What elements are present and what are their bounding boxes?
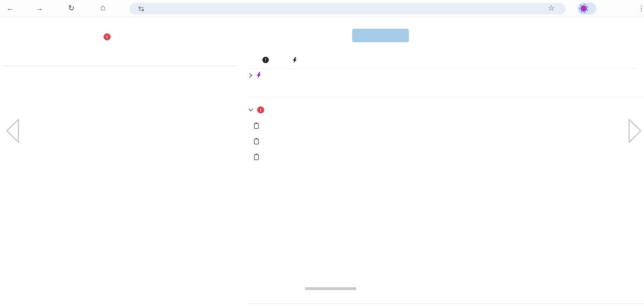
chevron-down-icon[interactable] (248, 107, 254, 112)
forward-icon[interactable]: → (35, 4, 43, 13)
error-item[interactable]: ! (248, 106, 273, 113)
detail-tabs: ! (248, 57, 327, 63)
clipboard-icon[interactable] (254, 122, 259, 129)
stack-trace (304, 153, 311, 177)
clipboard-icon[interactable] (254, 138, 259, 145)
detail-bottom-divider (248, 304, 644, 304)
requests-table (3, 54, 235, 66)
clipboard-icon[interactable] (254, 153, 259, 160)
category-row (248, 122, 304, 129)
browser-menu-icon[interactable]: ⋮ (638, 4, 644, 12)
expand-all-button[interactable] (584, 68, 627, 73)
avatar-letter (581, 5, 587, 12)
exception-lightning-icon (256, 72, 261, 78)
messages-icon: ! (262, 57, 269, 63)
tab-messages[interactable]: ! (262, 57, 277, 63)
avatar (579, 4, 588, 13)
horizontal-scrollbar[interactable] (305, 287, 356, 290)
verify-profile-button[interactable] (577, 2, 596, 15)
message-row (248, 137, 304, 145)
lightning-icon (293, 57, 297, 63)
error-icon: ! (257, 106, 264, 113)
next-page-arrow[interactable] (627, 118, 643, 144)
requests-table-header (3, 54, 235, 66)
trace-page: ← → ↻ ⌂ ☆ ⋮ ! (0, 0, 644, 306)
stack-trace-row (248, 153, 297, 160)
issues-badge: ! (104, 33, 113, 40)
previous-page-arrow[interactable] (4, 118, 21, 144)
refresh-icon[interactable]: ↻ (68, 4, 74, 13)
tab-exceptions[interactable] (293, 57, 305, 63)
chevron-right-icon[interactable] (248, 73, 253, 78)
issues-error-icon: ! (104, 33, 111, 40)
home-icon[interactable]: ⌂ (100, 3, 106, 12)
detail-mid-divider (248, 97, 644, 97)
bookmark-star-icon[interactable]: ☆ (548, 4, 555, 13)
back-icon[interactable]: ← (6, 4, 14, 13)
url-bar[interactable] (129, 3, 566, 15)
submit-logs-button[interactable] (352, 29, 409, 42)
detail-top-divider (248, 68, 636, 68)
site-info-icon[interactable] (138, 6, 144, 12)
browser-toolbar: ← → ↻ ⌂ ☆ ⋮ (0, 0, 644, 17)
exception-item[interactable] (248, 72, 269, 78)
